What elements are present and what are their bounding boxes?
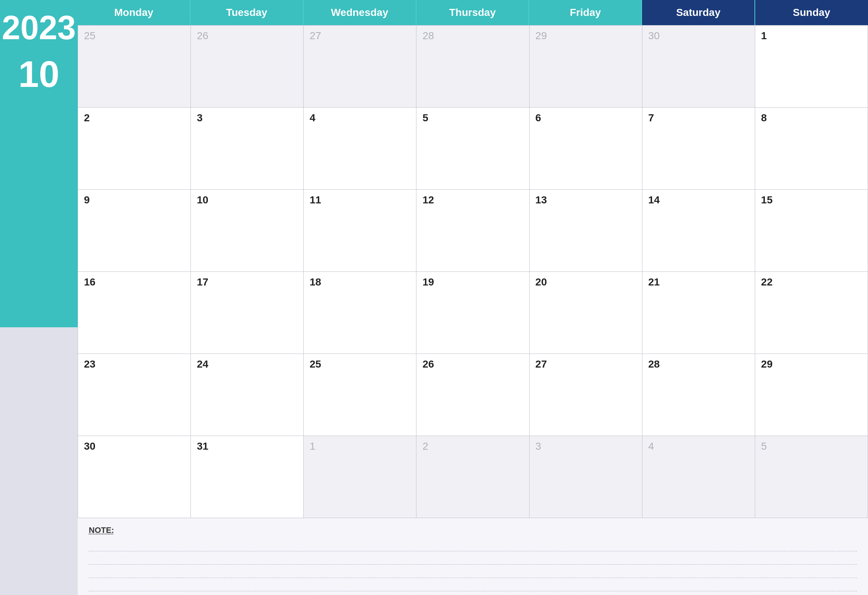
calendar-grid: 25 26 27 28 29 30 1 2 3 4 5 6 7 8 9 10 1…: [78, 25, 868, 518]
notes-line: [89, 578, 857, 591]
header-thursday: Thursday: [416, 0, 529, 25]
day-cell: 29: [530, 25, 642, 108]
day-cell: 28: [642, 354, 755, 436]
day-cell: 20: [530, 272, 642, 354]
sidebar-month-name: October: [0, 103, 77, 127]
day-cell: 1: [755, 25, 868, 108]
header-monday: Monday: [78, 0, 190, 25]
header-sunday: Sunday: [755, 0, 868, 25]
day-cell: 4: [642, 436, 755, 518]
days-header: Monday Tuesday Wednesday Thursday Friday…: [78, 0, 868, 25]
day-cell: 26: [191, 25, 304, 108]
day-cell: 13: [530, 190, 642, 272]
notes-label: NOTE:: [89, 526, 857, 535]
notes-line: [89, 565, 857, 578]
day-cell: 2: [78, 108, 191, 190]
day-cell: 21: [642, 272, 755, 354]
day-cell: 2: [416, 436, 529, 518]
day-cell: 28: [416, 25, 529, 108]
day-cell: 17: [191, 272, 304, 354]
notes-line: [89, 551, 857, 565]
day-cell: 1: [304, 436, 416, 518]
day-cell: 5: [755, 436, 868, 518]
sidebar-month-number: 10: [18, 56, 59, 93]
day-cell: 30: [78, 436, 191, 518]
day-cell: 3: [191, 108, 304, 190]
header-tuesday: Tuesday: [190, 0, 303, 25]
day-cell: 16: [78, 272, 191, 354]
calendar-main: Monday Tuesday Wednesday Thursday Friday…: [78, 0, 868, 595]
day-cell: 15: [755, 190, 868, 272]
sidebar-year: 2023: [2, 11, 76, 44]
calendar-wrapper: 2023 10 October Monday Tuesday Wednesday…: [0, 0, 868, 595]
day-cell: 12: [416, 190, 529, 272]
day-cell: 6: [530, 108, 642, 190]
day-cell: 27: [530, 354, 642, 436]
day-cell: 18: [304, 272, 416, 354]
day-cell: 5: [416, 108, 529, 190]
day-cell: 19: [416, 272, 529, 354]
day-cell: 22: [755, 272, 868, 354]
header-saturday: Saturday: [642, 0, 755, 25]
day-cell: 4: [304, 108, 416, 190]
notes-lines: [89, 538, 857, 591]
notes-section: NOTE:: [78, 518, 868, 595]
day-cell: 10: [191, 190, 304, 272]
day-cell: 14: [642, 190, 755, 272]
day-cell: 27: [304, 25, 416, 108]
day-cell: 29: [755, 354, 868, 436]
day-cell: 11: [304, 190, 416, 272]
day-cell: 25: [78, 25, 191, 108]
day-cell: 8: [755, 108, 868, 190]
day-cell: 7: [642, 108, 755, 190]
day-cell: 9: [78, 190, 191, 272]
day-cell: 26: [416, 354, 529, 436]
day-cell: 31: [191, 436, 304, 518]
day-cell: 25: [304, 354, 416, 436]
day-cell: 23: [78, 354, 191, 436]
day-cell: 3: [530, 436, 642, 518]
header-friday: Friday: [529, 0, 642, 25]
notes-line: [89, 538, 857, 551]
day-cell: 24: [191, 354, 304, 436]
day-cell: 30: [642, 25, 755, 108]
sidebar: 2023 10 October: [0, 0, 78, 595]
header-wednesday: Wednesday: [304, 0, 416, 25]
